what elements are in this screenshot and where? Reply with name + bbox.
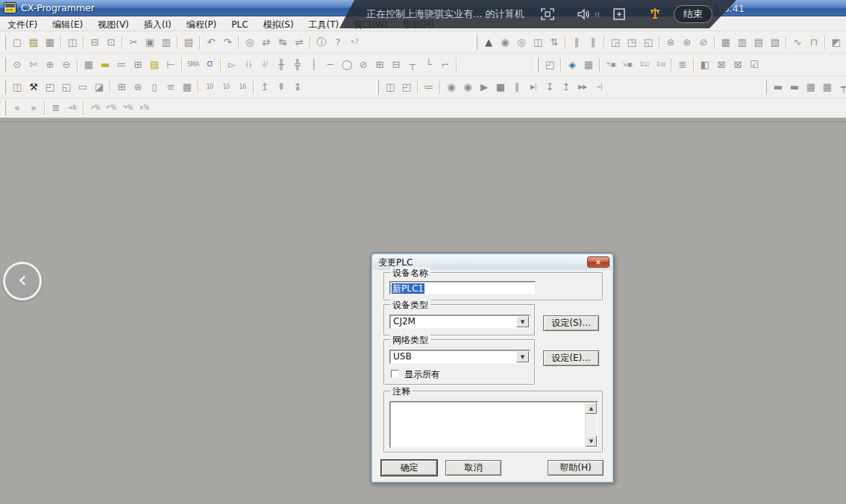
menu-item-edit[interactable]: 编辑(E) — [45, 16, 90, 33]
plc-memory-icon[interactable]: ▥ — [735, 35, 751, 50]
hex-format-icon[interactable]: 16 — [235, 80, 251, 95]
corner-branch-icon[interactable]: └ — [422, 57, 437, 72]
comm-modem-icon[interactable]: ▬ — [771, 80, 786, 95]
set-reset-icon[interactable]: ↨ — [290, 80, 306, 95]
chevron-down-icon[interactable]: ▼ — [516, 316, 529, 327]
help-icon[interactable]: ? — [330, 35, 346, 50]
new-inverted-instruction-icon[interactable]: ⊟ — [389, 57, 404, 72]
device-type-select[interactable]: CJ2M ▼ — [389, 315, 530, 329]
toolbar-grip[interactable] — [764, 80, 767, 95]
select-tool-icon[interactable]: ▻ — [225, 57, 240, 72]
step-run-icon[interactable]: ▶| — [526, 80, 542, 95]
properties-icon[interactable]: ◪ — [92, 80, 107, 95]
print-preview-icon[interactable]: ⊡ — [104, 35, 119, 50]
compile-program-icon[interactable]: ◫ — [65, 35, 81, 50]
toolbar-grip[interactable] — [3, 80, 6, 95]
signed-decimal-format-icon[interactable]: 10 — [219, 80, 234, 95]
toolbar-grip[interactable] — [376, 80, 379, 95]
context-help-icon[interactable]: ↖? — [347, 35, 363, 50]
work-online-icon[interactable]: ▲ — [481, 35, 497, 50]
online-find-icon[interactable]: ◎ — [514, 35, 530, 50]
find-next-icon[interactable]: ↹ — [275, 35, 291, 50]
pause-simulation-icon[interactable]: ◉ — [444, 80, 460, 95]
toolbar-grip[interactable] — [3, 35, 6, 50]
new-document-icon[interactable]: ▢ — [10, 35, 25, 50]
undo-icon[interactable]: ↶ — [204, 35, 219, 50]
mnemonic-view-icon[interactable]: SMA — [186, 57, 201, 72]
menu-item-simulation[interactable]: 模拟(S) — [256, 16, 301, 33]
replace-icon[interactable]: ⇄ — [259, 35, 275, 50]
compare-with-plc-icon[interactable]: ◱ — [641, 35, 657, 50]
ok-button[interactable]: 确定 — [381, 460, 437, 476]
tree-list-icon[interactable]: ≣ — [675, 57, 691, 72]
comment-scrollbar[interactable]: ▲ ▼ — [585, 403, 597, 447]
new-closed-coil-icon[interactable]: ⊘ — [356, 57, 372, 72]
online-transfer-icon[interactable]: ⇅ — [547, 35, 563, 50]
edit-remove-icon[interactable]: ↧⊟ — [653, 57, 668, 72]
window-cascade-icon[interactable]: ◫ — [10, 80, 25, 95]
change-all-icon[interactable]: ⇌ — [292, 35, 307, 50]
menu-item-view[interactable]: 视图(V) — [90, 16, 137, 33]
step-in-icon[interactable]: ↧ — [542, 80, 558, 95]
ci-view-icon[interactable]: CI — [202, 57, 218, 72]
window-close-all-icon[interactable]: ⊠ — [714, 57, 730, 72]
edit-above-icon[interactable]: ↰▣ — [604, 57, 619, 72]
t-branch-icon[interactable]: ┬ — [405, 57, 421, 72]
edit-check-icon[interactable]: ↧☑ — [636, 57, 652, 72]
drag-handle-icon[interactable]: H — [595, 11, 600, 19]
window-tile-v-icon[interactable]: ◱ — [59, 80, 75, 95]
save-project-icon[interactable]: ▦ — [43, 35, 58, 50]
zoom-in-icon[interactable]: ⊕ — [43, 57, 58, 72]
sim-stop-icon[interactable]: ■ — [493, 80, 509, 95]
layers-icon[interactable]: ◈ — [565, 57, 580, 72]
local-symbols-icon[interactable]: ≡ — [163, 80, 179, 95]
indent-left-icon[interactable]: « — [10, 101, 25, 116]
new-coil-icon[interactable]: ◯ — [339, 57, 355, 72]
comment-note-icon[interactable]: ▬ — [98, 57, 113, 72]
scroll-down-icon[interactable]: ▼ — [586, 435, 597, 447]
network-type-select[interactable]: USB ▼ — [389, 350, 530, 364]
continuous-run-icon[interactable]: ▶▶ — [575, 80, 591, 95]
time-chart-icon[interactable]: ⊓ — [806, 35, 822, 50]
scan-simulation-icon[interactable]: ◉ — [460, 80, 476, 95]
window-normal-icon[interactable]: ◧ — [698, 57, 713, 72]
data-trace-icon[interactable]: ▧ — [768, 35, 783, 50]
vertical-line-icon[interactable]: │ — [307, 57, 322, 72]
new-contact-icon[interactable]: ┤├ — [241, 57, 257, 72]
page-setup-icon[interactable]: ◰ — [542, 57, 558, 72]
scroll-up-icon[interactable]: ▲ — [586, 403, 597, 414]
schedule-icon[interactable]: ▦ — [581, 57, 597, 72]
new-closed-contact-icon[interactable]: ┤/ — [257, 57, 273, 72]
toolbar-grip[interactable] — [3, 57, 6, 72]
close-icon[interactable]: × — [587, 256, 610, 268]
comment-textarea[interactable]: ▲ ▼ — [389, 401, 598, 448]
window-tile-h-icon[interactable]: ◰ — [43, 80, 58, 95]
redo-icon[interactable]: ↷ — [220, 35, 236, 50]
cut-icon[interactable]: ✂ — [126, 35, 142, 50]
window-check-icon[interactable]: ☑ — [747, 57, 762, 72]
differentiate-up-icon[interactable]: ↥ — [257, 80, 273, 95]
speaker-icon[interactable] — [575, 6, 592, 22]
options-icon[interactable]: ≔ — [422, 80, 437, 95]
pause-monitor-icon[interactable]: ‖ — [569, 35, 585, 50]
check-all-programs-icon[interactable]: ⊛ — [680, 35, 695, 50]
force-toggle-icon[interactable]: ↷% — [120, 101, 136, 116]
rung-list-icon[interactable]: ≔ — [114, 57, 130, 72]
step-trace-icon[interactable]: ∿ — [790, 35, 806, 50]
new-or-contact-icon[interactable]: ╫ — [274, 57, 289, 72]
edit-below-icon[interactable]: ↳▣ — [620, 57, 636, 72]
open-project-icon[interactable]: ▤ — [26, 35, 42, 50]
monitor-mode-icon[interactable]: ◉ — [498, 35, 513, 50]
online-edit-release-icon[interactable]: ◰ — [399, 80, 415, 95]
zoom-out-icon[interactable]: ⊖ — [59, 57, 75, 72]
plc-settings-icon[interactable]: ▤ — [751, 35, 767, 50]
help-button[interactable]: 帮助(H) — [548, 460, 604, 476]
print-icon[interactable]: ⊟ — [87, 35, 103, 50]
mnemonic-tree-icon[interactable]: ⊢ — [163, 57, 179, 72]
indent-right-icon[interactable]: » — [26, 101, 42, 116]
copy-icon[interactable]: ▣ — [142, 35, 158, 50]
tools-pin-icon[interactable] — [647, 6, 663, 22]
address-reference-icon[interactable]: ▯ — [147, 80, 163, 95]
clear-check-icon[interactable]: ⊘ — [696, 35, 712, 50]
ladder-monitor-icon[interactable]: ▤ — [147, 57, 163, 72]
